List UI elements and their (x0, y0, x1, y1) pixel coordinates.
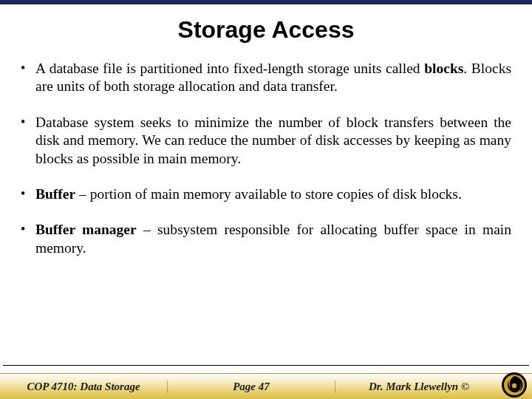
footer-divider (3, 365, 529, 366)
top-accent-border (0, 0, 532, 4)
svg-point-2 (512, 383, 516, 388)
bullet-text-bold: blocks (424, 61, 463, 76)
footer-page: Page 47 (168, 381, 335, 393)
bullet-item: Database system seeks to minimize the nu… (15, 114, 511, 168)
bullet-text-pre: A database file is partitioned into fixe… (35, 61, 424, 76)
footer-bar: COP 4710: Data Storage Page 47 Dr. Mark … (0, 373, 532, 399)
slide-footer: COP 4710: Data Storage Page 47 Dr. Mark … (0, 365, 532, 399)
bullet-text-pre: Database system seeks to minimize the nu… (35, 115, 511, 166)
ucf-logo-icon (501, 372, 528, 398)
slide-content: A database file is partitioned into fixe… (0, 60, 532, 257)
bullet-list: A database file is partitioned into fixe… (15, 60, 511, 257)
bullet-item: Buffer manager – subsystem responsible f… (15, 221, 511, 257)
bullet-item: A database file is partitioned into fixe… (15, 60, 511, 96)
bullet-text-bold: Buffer (35, 186, 75, 202)
slide-title: Storage Access (0, 16, 532, 44)
bullet-text-post: – portion of main memory available to st… (75, 186, 462, 202)
footer-course: COP 4710: Data Storage (0, 381, 168, 393)
bullet-item: Buffer – portion of main memory availabl… (15, 185, 511, 203)
bullet-text-bold: Buffer manager (35, 222, 137, 237)
